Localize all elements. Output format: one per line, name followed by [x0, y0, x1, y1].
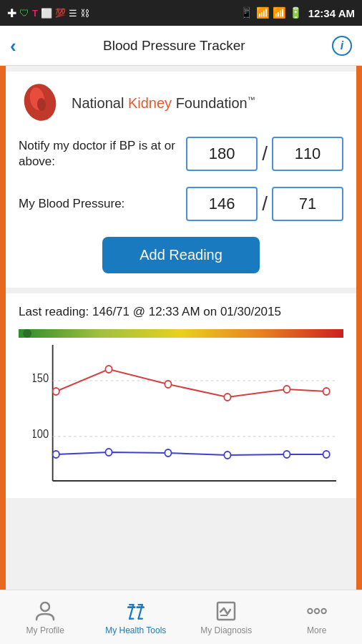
notify-diastolic-input[interactable] [272, 137, 343, 171]
nav-label-more: More [307, 625, 326, 635]
nkf-tm: ™ [248, 95, 255, 104]
svg-text:100: 100 [33, 427, 49, 440]
bottom-nav: My Profile My Health Tools My Diagnosis [0, 590, 362, 644]
nav-item-my-health-tools[interactable]: My Health Tools [91, 590, 182, 644]
signal-icon: 📶 [273, 6, 286, 19]
svg-point-20 [323, 451, 330, 458]
link-icon: ⛓ [80, 8, 89, 19]
bp-chart: 150 100 [33, 345, 336, 488]
svg-point-18 [224, 452, 230, 459]
nav-label-my-profile: My Profile [26, 625, 64, 635]
plus-icon: ✚ [7, 6, 16, 20]
back-button[interactable]: ‹ [10, 36, 16, 55]
person-icon [34, 600, 57, 623]
svg-point-32 [308, 608, 312, 613]
svg-text:150: 150 [33, 371, 49, 384]
nav-item-more[interactable]: More [272, 590, 363, 644]
nav-item-my-profile[interactable]: My Profile [0, 590, 91, 644]
status-icons-right: 📱 📶 📶 🔋 12:34 AM [240, 6, 355, 19]
notify-label: Notify my doctor if BP is at or above: [19, 138, 186, 170]
bp-color-indicator [23, 329, 31, 338]
clock: 12:34 AM [308, 7, 355, 19]
svg-point-14 [323, 388, 330, 395]
top-nav: ‹ Blood Pressure Tracker i [0, 26, 362, 66]
page-title: Blood Pressure Tracker [16, 38, 332, 54]
nkf-name: National Kidney Foundation™ [72, 94, 255, 112]
left-border-decoration [0, 66, 6, 590]
nav-item-my-diagnosis[interactable]: My Diagnosis [181, 590, 272, 644]
add-reading-button[interactable]: Add Reading [102, 237, 260, 273]
nkf-foundation: Foundation [172, 95, 248, 111]
info-button[interactable]: i [332, 36, 352, 56]
nkf-national: National [72, 95, 128, 111]
status-bar: ✚ 🛡 T ⬜ 💯 ☰ ⛓ 📱 📶 📶 🔋 12:34 AM [0, 0, 362, 26]
bp-slash: / [262, 192, 268, 215]
bp-row: My Blood Pressure: / [19, 187, 343, 221]
nkf-header: National Kidney Foundation™ [19, 83, 343, 122]
box-icon: ⬜ [41, 8, 52, 19]
notify-slash: / [262, 142, 268, 165]
nav-label-my-diagnosis: My Diagnosis [200, 625, 252, 635]
diagnosis-icon [215, 600, 238, 623]
last-reading-text: Last reading: 146/71 @ 12:33 AM on 01/30… [19, 303, 343, 321]
svg-point-12 [224, 394, 230, 401]
notify-systolic-input[interactable] [186, 137, 258, 171]
bp-color-bar [19, 329, 343, 338]
svg-point-34 [321, 608, 326, 613]
status-icons-left: ✚ 🛡 T ⬜ 💯 ☰ ⛓ [7, 6, 89, 20]
svg-point-19 [283, 451, 290, 458]
nkf-kidney: Kidney [128, 95, 172, 111]
svg-point-16 [105, 449, 112, 456]
phone-icon: 📱 [240, 6, 253, 19]
tmobile-icon: T [32, 8, 38, 19]
svg-point-13 [283, 386, 290, 393]
menu-icon: ☰ [69, 8, 77, 19]
bp-label: My Blood Pressure: [19, 196, 186, 212]
more-icon [305, 600, 328, 623]
battery-icon: 🔋 [289, 6, 303, 19]
svg-point-15 [53, 451, 59, 458]
svg-point-11 [165, 381, 171, 388]
nav-label-my-health-tools: My Health Tools [105, 625, 166, 635]
svg-point-33 [315, 608, 319, 613]
tools-icon [124, 600, 147, 623]
bp-input-group: / [186, 187, 343, 221]
nkf-card: National Kidney Foundation™ Notify my do… [6, 72, 356, 288]
svg-point-9 [53, 388, 59, 395]
bp-systolic-input[interactable] [186, 187, 258, 221]
main-content: National Kidney Foundation™ Notify my do… [0, 66, 362, 590]
notify-row: Notify my doctor if BP is at or above: / [19, 137, 343, 171]
svg-point-21 [41, 602, 49, 611]
svg-point-10 [105, 366, 112, 373]
svg-point-17 [165, 449, 171, 457]
right-border-decoration [356, 66, 362, 590]
last-reading-section: Last reading: 146/71 @ 12:33 AM on 01/30… [6, 293, 356, 498]
wifi-icon: 📶 [256, 6, 270, 19]
shield-icon: 🛡 [19, 7, 29, 19]
bp-diastolic-input[interactable] [272, 187, 343, 221]
hundred-icon: 💯 [55, 8, 66, 18]
nkf-logo [19, 83, 62, 122]
chart-area: 150 100 [19, 338, 343, 498]
notify-input-group: / [186, 137, 343, 171]
